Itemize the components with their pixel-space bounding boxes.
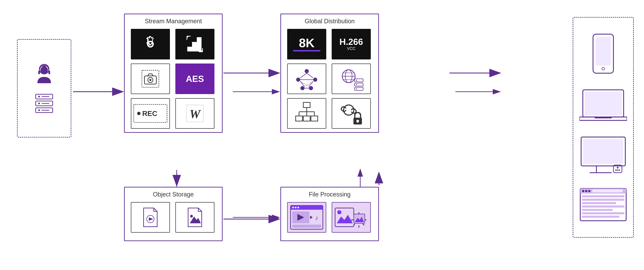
svg-point-35 [137,112,140,115]
svg-rect-74 [303,116,310,121]
secure-link-icon [338,101,364,126]
svg-rect-111 [584,91,622,115]
svg-point-66 [356,88,357,89]
svg-line-49 [307,73,313,78]
8k-icon-cell: 8K [287,29,326,59]
diagram-container: Stream Management [0,0,644,270]
video-file-icon-cell [131,202,170,233]
svg-rect-91 [335,208,354,227]
svg-point-42 [190,215,193,218]
browser-device-icon [580,188,627,222]
mesh-network-icon-cell [287,63,326,94]
object-storage-box: Object Storage [124,187,222,241]
svg-point-15 [38,96,40,97]
svg-point-46 [300,86,304,90]
svg-point-33 [149,79,152,81]
cdn-globe-icon [338,66,364,91]
svg-point-119 [617,170,618,171]
aes-text: AES [186,74,204,84]
svg-point-17 [38,103,40,104]
svg-rect-62 [354,83,363,86]
svg-rect-113 [595,117,612,118]
svg-point-117 [617,167,618,168]
svg-rect-130 [582,199,624,201]
aes-icon-cell: AES [175,63,214,94]
svg-rect-134 [582,212,624,214]
svg-point-44 [296,78,300,82]
image-processing-icon-cell [332,202,371,233]
svg-marker-92 [337,215,353,223]
svg-rect-73 [296,116,302,121]
rec-icon: REC [134,104,167,123]
svg-point-19 [38,109,40,111]
svg-line-48 [300,73,307,78]
scale-icon [186,35,204,53]
screenshot-icon-cell [131,63,170,94]
svg-rect-132 [582,206,624,208]
svg-line-55 [304,81,313,86]
stream-management-title: Stream Management [128,18,218,25]
svg-rect-22 [192,42,197,51]
image-file-icon-cell [175,202,214,233]
svg-point-85 [297,207,299,208]
scale-icon-cell [175,29,214,59]
svg-text:W: W [190,107,201,121]
object-storage-title: Object Storage [128,191,218,198]
source-box [17,39,82,138]
video-file-icon [141,206,160,228]
svg-rect-90 [292,225,321,228]
svg-rect-75 [311,116,318,121]
svg-rect-115 [583,139,623,164]
svg-rect-80 [357,121,358,123]
svg-rect-63 [354,87,363,90]
svg-rect-67 [303,102,310,107]
svg-line-51 [309,81,313,86]
svg-rect-11 [48,71,50,74]
svg-line-54 [300,81,309,86]
gear-settings-icon [141,35,160,53]
svg-point-45 [313,78,317,82]
hierarchy-icon-cell [287,98,326,129]
svg-rect-133 [582,209,612,211]
stream-management-box: Stream Management [124,13,222,133]
svg-rect-108 [596,37,611,65]
svg-marker-41 [190,217,201,223]
image-file-icon [186,206,204,228]
mobile-device-icon [591,33,615,74]
watermark-icon: W [186,104,204,123]
svg-point-64 [356,80,357,81]
svg-rect-21 [187,47,192,51]
svg-point-125 [582,190,584,192]
svg-point-83 [292,207,294,208]
camera-icon [141,69,160,88]
svg-point-118 [615,170,617,171]
svg-point-77 [346,107,352,113]
svg-rect-10 [38,71,40,74]
operator-icon [33,62,55,84]
video-editor-icon-cell: ♪ [287,202,326,233]
svg-point-127 [588,190,590,192]
svg-rect-129 [582,195,624,197]
cdn-icon-cell [332,63,371,94]
settings-icon-cell [131,29,170,59]
global-distribution-title: Global Distribution [284,18,375,25]
svg-marker-40 [149,217,153,221]
svg-point-93 [337,210,341,214]
video-editor-icon: ♪ [290,205,324,230]
svg-text:♪: ♪ [315,214,318,221]
svg-rect-23 [197,37,202,51]
mesh-network-icon [294,66,320,91]
global-distribution-box: Global Distribution 8K H.266 VCC [280,13,379,133]
svg-text:REC: REC [142,110,157,117]
image-processing-icon [334,205,368,230]
svg-point-65 [356,84,357,85]
output-box [573,17,634,238]
svg-rect-131 [582,202,616,204]
svg-point-120 [619,170,620,171]
svg-point-43 [305,69,309,73]
svg-point-126 [585,190,588,192]
file-processing-title: File Processing [284,191,375,198]
svg-rect-128 [592,189,623,192]
svg-rect-135 [582,216,619,218]
hierarchy-icon [294,101,320,126]
